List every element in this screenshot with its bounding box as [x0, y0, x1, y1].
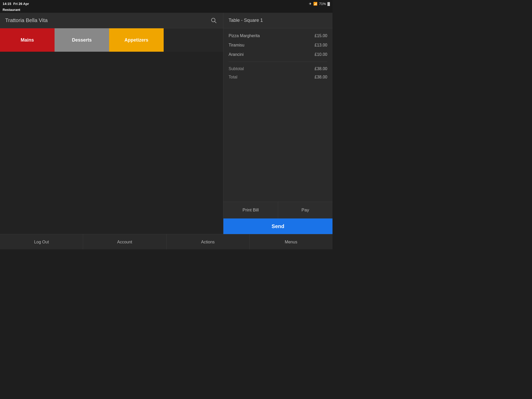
total-label: Total	[229, 75, 237, 79]
logout-button[interactable]: Log Out	[0, 234, 83, 249]
svg-line-1	[215, 21, 216, 23]
subtotal-value: £38.00	[315, 66, 327, 71]
search-icon	[211, 18, 217, 23]
right-panel: Table - Square 1 Pizza Margherita £15.00…	[223, 13, 332, 234]
wifi-icon: 📶	[313, 2, 317, 6]
order-item-arancini[interactable]: Arancini £10.00	[229, 52, 327, 57]
left-panel: Trattoria Bella Vita Mains Desserts A	[0, 13, 223, 234]
item-price-tiramisu: £13.00	[315, 43, 327, 48]
order-item-tiramisu[interactable]: Tiramisu £13.00	[229, 43, 327, 48]
restaurant-name: Trattoria Bella Vita	[5, 17, 48, 23]
battery-percentage: 71%	[319, 2, 326, 6]
search-button[interactable]	[210, 16, 218, 25]
item-name-pizza: Pizza Margherita	[229, 34, 260, 38]
menu-grid	[0, 52, 223, 234]
tab-appetizers[interactable]: Appetizers	[109, 28, 164, 52]
app-label: Restaurant	[0, 7, 332, 13]
airplane-icon: ✈	[309, 2, 312, 6]
tab-mains[interactable]: Mains	[0, 28, 55, 52]
print-bill-button[interactable]: Print Bill	[223, 202, 278, 218]
order-items: Pizza Margherita £15.00 Tiramisu £13.00 …	[223, 28, 332, 202]
pay-button[interactable]: Pay	[278, 202, 333, 218]
item-price-pizza: £15.00	[315, 34, 327, 38]
bottom-bar: Log Out Account Actions Menus	[0, 234, 332, 249]
total-row: Total £38.00	[229, 75, 327, 79]
actions-button[interactable]: Actions	[167, 234, 250, 249]
status-date: Fri 26 Apr	[13, 2, 29, 6]
total-value: £38.00	[315, 75, 327, 79]
subtotal-row: Subtotal £38.00	[229, 66, 327, 71]
tab-desserts[interactable]: Desserts	[55, 28, 109, 52]
order-item-pizza[interactable]: Pizza Margherita £15.00	[229, 34, 327, 38]
menus-button[interactable]: Menus	[250, 234, 332, 249]
subtotal-label: Subtotal	[229, 66, 244, 71]
battery-icon: ▓	[328, 2, 330, 6]
item-name-arancini: Arancini	[229, 52, 244, 57]
status-time-date: 14:15 Fri 26 Apr	[3, 2, 29, 6]
item-price-arancini: £10.00	[315, 52, 327, 57]
table-name: Table - Square 1	[229, 18, 263, 23]
account-button[interactable]: Account	[83, 234, 166, 249]
order-header: Table - Square 1	[223, 13, 332, 28]
send-button[interactable]: Send	[223, 218, 332, 234]
left-header: Trattoria Bella Vita	[0, 13, 223, 28]
order-actions: Print Bill Pay	[223, 202, 332, 218]
order-divider	[229, 62, 327, 62]
status-time: 14:15	[3, 2, 11, 6]
item-name-tiramisu: Tiramisu	[229, 43, 244, 48]
status-bar: 14:15 Fri 26 Apr ✈ 📶 71% ▓	[0, 0, 332, 7]
status-icons: ✈ 📶 71% ▓	[309, 2, 330, 6]
category-tabs: Mains Desserts Appetizers	[0, 28, 223, 52]
